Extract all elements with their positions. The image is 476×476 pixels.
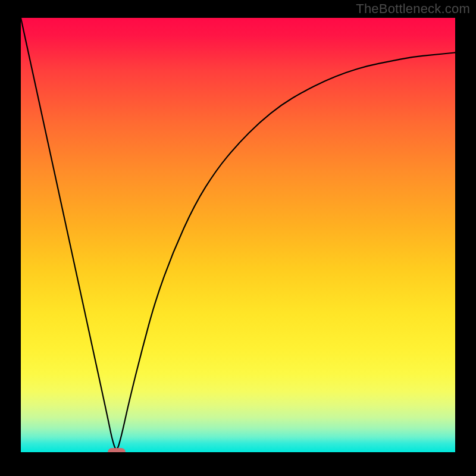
curve-path bbox=[21, 18, 455, 449]
plot-area bbox=[21, 18, 455, 452]
minimum-marker bbox=[108, 448, 126, 452]
bottleneck-curve bbox=[21, 18, 455, 452]
watermark-text: TheBottleneck.com bbox=[356, 1, 470, 17]
chart-frame: TheBottleneck.com bbox=[0, 0, 476, 476]
